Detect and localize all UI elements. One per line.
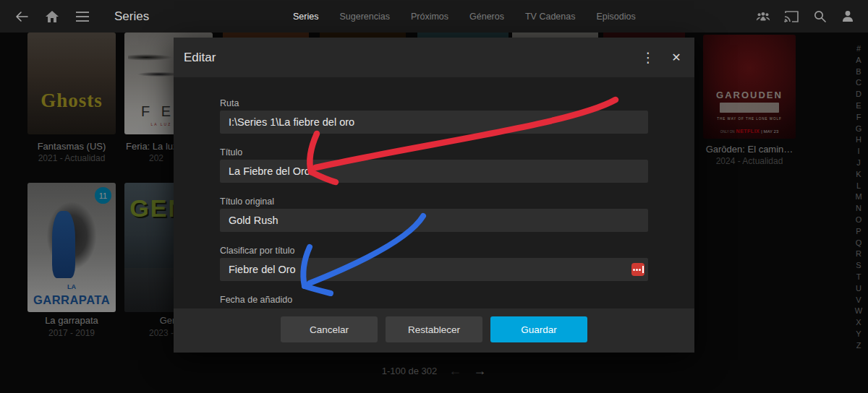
save-button[interactable]: Guardar (490, 316, 587, 342)
user-icon[interactable] (841, 9, 855, 24)
more-options-icon[interactable]: ⋮ (639, 38, 657, 77)
nav-tabs: Series Sugerencias Próximos Géneros TV C… (293, 0, 636, 33)
tab-episodios[interactable]: Episodios (596, 12, 635, 22)
app-window: Ghosts Fantasmas (US) 2021 - Actualidad … (0, 0, 868, 393)
dialog-title: Editar (184, 38, 216, 77)
titulo-original-input[interactable] (220, 209, 648, 232)
field-label-clasificar: Clasificar por título (220, 246, 295, 256)
reset-button[interactable]: Restablecer (386, 316, 482, 342)
autofill-extension-icon[interactable] (631, 263, 644, 276)
tab-proximos[interactable]: Próximos (411, 12, 448, 22)
field-label-ruta: Ruta (220, 98, 239, 108)
dialog-footer: Cancelar Restablecer Guardar (174, 308, 694, 353)
syncplay-group-icon[interactable] (756, 9, 770, 24)
back-icon[interactable] (14, 9, 29, 24)
menu-icon[interactable] (75, 9, 90, 24)
ruta-input[interactable] (220, 111, 648, 134)
tab-generos[interactable]: Géneros (469, 12, 504, 22)
tab-tv-cadenas[interactable]: TV Cadenas (525, 12, 575, 22)
home-icon[interactable] (45, 9, 59, 24)
page-title: Series (114, 9, 149, 24)
close-icon[interactable]: ✕ (667, 38, 686, 77)
field-label-fecha: Fecha de añadido (220, 295, 292, 305)
clasificar-input[interactable] (220, 258, 648, 281)
edit-dialog: Editar ⋮ ✕ Ruta Título Título original C… (174, 38, 694, 353)
tab-sugerencias[interactable]: Sugerencias (339, 12, 390, 22)
field-label-titulo-original: Título original (220, 196, 274, 207)
tab-series[interactable]: Series (293, 12, 318, 22)
search-icon[interactable] (812, 9, 827, 24)
dialog-header: Editar ⋮ ✕ (174, 38, 694, 77)
cast-icon[interactable] (784, 9, 799, 24)
titulo-input[interactable] (220, 160, 648, 183)
top-navbar: Series Series Sugerencias Próximos Géner… (0, 0, 868, 33)
field-label-titulo: Título (220, 147, 242, 157)
cancel-button[interactable]: Cancelar (281, 316, 378, 342)
